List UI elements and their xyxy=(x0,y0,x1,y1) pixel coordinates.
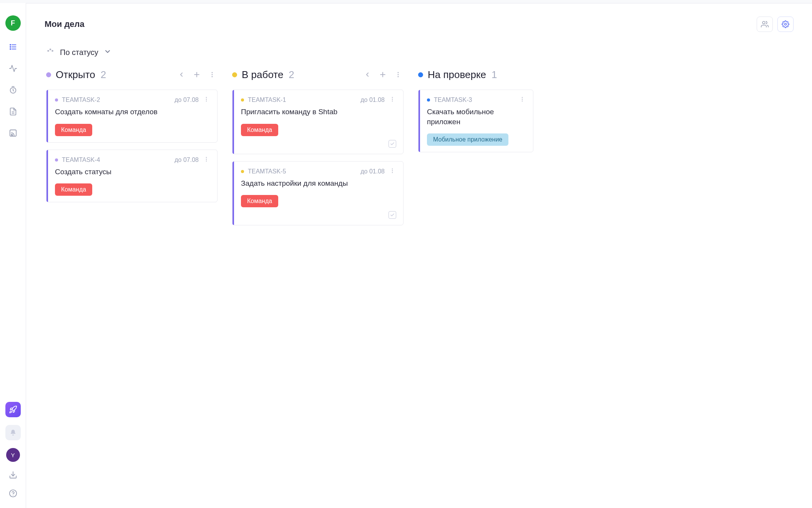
task-menu-button[interactable] xyxy=(389,168,396,175)
task-tag[interactable]: Команда xyxy=(241,124,278,136)
svg-point-3 xyxy=(10,44,11,45)
rocket-button[interactable] xyxy=(5,402,21,417)
svg-point-43 xyxy=(522,100,523,101)
task-due-date: до 07.08 xyxy=(174,157,199,163)
list-icon[interactable] xyxy=(8,42,18,52)
task-tag[interactable]: Команда xyxy=(55,124,92,136)
svg-point-40 xyxy=(392,172,393,173)
svg-point-10 xyxy=(11,135,12,136)
task-status-dot xyxy=(241,170,244,173)
svg-point-15 xyxy=(785,23,787,25)
card-header-row: TEAMTASK-5до 01.08 xyxy=(241,168,396,175)
workspace-avatar[interactable]: F xyxy=(5,15,21,31)
task-status-dot xyxy=(55,158,58,162)
column-status-dot xyxy=(46,72,51,77)
column-menu-button[interactable] xyxy=(207,69,218,80)
svg-point-42 xyxy=(522,99,523,100)
svg-point-27 xyxy=(206,157,207,158)
task-tag[interactable]: Команда xyxy=(241,195,278,207)
svg-point-23 xyxy=(212,76,213,77)
document-icon[interactable] xyxy=(8,106,18,117)
svg-point-5 xyxy=(10,48,11,49)
task-due-date: до 01.08 xyxy=(360,97,385,103)
grouping-selector[interactable]: По статусу xyxy=(26,32,812,68)
task-card[interactable]: TEAMTASK-5до 01.08Задать настройки для к… xyxy=(232,161,404,226)
board-column: На проверке1TEAMTASK-3Скачать мобильное … xyxy=(418,68,533,493)
download-icon[interactable] xyxy=(8,470,18,480)
add-task-button[interactable] xyxy=(377,69,388,80)
task-card[interactable]: TEAMTASK-4до 07.08Создать статусыКоманда xyxy=(46,150,218,203)
task-menu-button[interactable] xyxy=(389,96,396,104)
card-footer xyxy=(241,211,396,219)
task-title: Скачать мобильное приложен xyxy=(427,107,526,127)
column-count: 1 xyxy=(492,69,497,81)
svg-point-16 xyxy=(47,50,49,52)
members-button[interactable] xyxy=(757,17,773,32)
task-id: TEAMTASK-2 xyxy=(62,97,100,103)
task-status-dot xyxy=(427,98,430,102)
svg-point-39 xyxy=(392,170,393,171)
task-status-dot xyxy=(241,98,244,102)
svg-point-4 xyxy=(10,47,11,47)
column-menu-button[interactable] xyxy=(393,69,404,80)
sidebar: F Y xyxy=(0,3,26,508)
column-title: Открыто xyxy=(56,69,95,81)
task-id: TEAMTASK-5 xyxy=(248,168,286,175)
column-collapse-button[interactable] xyxy=(362,69,373,80)
task-menu-button[interactable] xyxy=(203,96,210,104)
svg-point-28 xyxy=(206,158,207,159)
svg-point-38 xyxy=(392,168,393,169)
task-card[interactable]: TEAMTASK-1до 01.08Пригласить команду в S… xyxy=(232,90,404,154)
timer-icon[interactable] xyxy=(8,85,18,95)
board-column: Открыто2TEAMTASK-2до 07.08Создать комнат… xyxy=(46,68,218,493)
bell-button[interactable] xyxy=(5,425,21,440)
column-collapse-button[interactable] xyxy=(176,69,187,80)
svg-point-36 xyxy=(392,99,393,100)
svg-point-21 xyxy=(212,72,213,73)
card-header-row: TEAMTASK-4до 07.08 xyxy=(55,156,210,164)
task-card[interactable]: TEAMTASK-2до 07.08Создать комнаты для от… xyxy=(46,90,218,143)
column-status-dot xyxy=(418,72,423,77)
column-header: Открыто2 xyxy=(46,68,218,81)
svg-point-18 xyxy=(51,50,53,52)
activity-icon[interactable] xyxy=(8,63,18,74)
card-header-row: TEAMTASK-1до 01.08 xyxy=(241,96,396,104)
task-id: TEAMTASK-3 xyxy=(434,97,472,103)
task-title: Задать настройки для команды xyxy=(241,178,396,188)
svg-point-35 xyxy=(392,97,393,98)
card-footer xyxy=(241,140,396,148)
grouping-icon xyxy=(46,47,55,57)
svg-point-26 xyxy=(206,100,207,101)
svg-point-25 xyxy=(206,99,207,100)
board-column: В работе2TEAMTASK-1до 01.08Пригласить ко… xyxy=(232,68,404,493)
task-status-dot xyxy=(55,98,58,102)
task-tag[interactable]: Мобильное приложение xyxy=(427,133,508,146)
task-card[interactable]: TEAMTASK-3Скачать мобильное приложенМоби… xyxy=(418,90,533,152)
svg-point-17 xyxy=(50,48,51,50)
task-menu-button[interactable] xyxy=(203,156,210,164)
column-title: На проверке xyxy=(428,69,486,81)
cards-container: TEAMTASK-2до 07.08Создать комнаты для от… xyxy=(46,90,218,202)
settings-button[interactable] xyxy=(777,17,794,32)
svg-point-22 xyxy=(212,74,213,75)
column-title: В работе xyxy=(242,69,283,81)
grouping-label: По статусу xyxy=(60,48,98,57)
task-due-date: до 07.08 xyxy=(174,97,199,103)
task-menu-button[interactable] xyxy=(518,96,526,104)
feed-icon[interactable] xyxy=(8,128,18,138)
task-title: Создать статусы xyxy=(55,167,210,177)
cards-container: TEAMTASK-3Скачать мобильное приложенМоби… xyxy=(418,90,533,152)
svg-point-37 xyxy=(392,100,393,101)
svg-point-33 xyxy=(398,74,399,75)
add-task-button[interactable] xyxy=(191,69,202,80)
subtask-icon[interactable] xyxy=(389,211,396,219)
column-header: В работе2 xyxy=(232,68,404,81)
task-tag[interactable]: Команда xyxy=(55,183,92,196)
help-icon[interactable] xyxy=(8,488,18,499)
subtask-icon[interactable] xyxy=(389,140,396,148)
kanban-board: Открыто2TEAMTASK-2до 07.08Создать комнат… xyxy=(26,68,812,508)
svg-point-41 xyxy=(522,97,523,98)
user-avatar[interactable]: Y xyxy=(6,448,20,462)
task-id: TEAMTASK-4 xyxy=(62,157,100,163)
page-title: Мои дела xyxy=(45,19,85,29)
